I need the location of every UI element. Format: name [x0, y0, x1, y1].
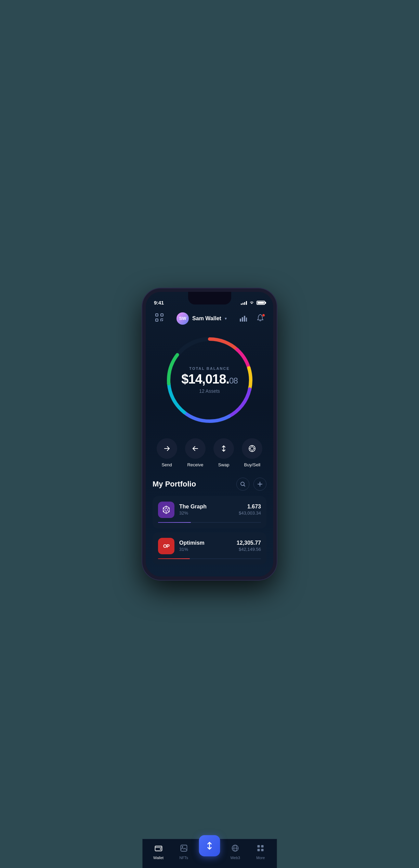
app-header: SW Sam Wallet ▾	[146, 309, 273, 329]
svg-point-37	[166, 507, 167, 508]
asset-card-graph[interactable]: The Graph 32% 1.673 $43,003.34	[153, 496, 266, 528]
swap-button[interactable]	[213, 438, 234, 459]
scan-icon	[155, 313, 164, 324]
svg-rect-11	[242, 317, 243, 322]
balance-content: TOTAL BALANCE $14,018.08 12 Assets	[181, 366, 238, 394]
header-actions	[237, 312, 266, 325]
balance-circle: TOTAL BALANCE $14,018.08 12 Assets	[162, 332, 258, 428]
asset-row-graph: The Graph 32% 1.673 $43,003.34	[158, 502, 261, 518]
send-action[interactable]: Send	[157, 438, 177, 467]
receive-button[interactable]	[185, 438, 206, 459]
graph-progress-fill	[158, 522, 191, 523]
optimism-asset-values: 12,305.77 $42,149.56	[237, 540, 261, 552]
total-balance-label: TOTAL BALANCE	[181, 366, 238, 371]
svg-rect-5	[157, 320, 157, 320]
wifi-icon	[249, 300, 254, 306]
buysell-button[interactable]	[242, 438, 262, 459]
graph-asset-values: 1.673 $43,003.34	[239, 504, 261, 516]
portfolio-actions	[236, 478, 266, 491]
graph-asset-usd: $43,003.34	[239, 510, 261, 516]
svg-point-40	[163, 508, 164, 509]
notification-button[interactable]	[254, 312, 266, 325]
svg-point-38	[166, 512, 167, 513]
phone-frame: 9:41	[142, 288, 277, 580]
balance-amount: $14,018.08	[181, 373, 238, 386]
wallet-name: Sam Wallet	[192, 315, 221, 322]
optimism-asset-usd: $42,149.56	[237, 547, 261, 552]
search-button[interactable]	[236, 478, 249, 491]
receive-action[interactable]: Receive	[185, 438, 206, 467]
graph-asset-name: The Graph	[179, 504, 234, 510]
battery-icon	[257, 301, 265, 305]
send-button[interactable]	[157, 438, 177, 459]
svg-point-42	[163, 510, 164, 511]
wallet-selector[interactable]: SW Sam Wallet ▾	[176, 312, 227, 325]
graph-asset-info: The Graph 32%	[179, 504, 234, 516]
svg-rect-12	[244, 316, 245, 322]
graph-token-icon	[158, 502, 174, 518]
add-asset-button[interactable]	[253, 478, 266, 491]
svg-point-39	[168, 508, 169, 509]
svg-rect-13	[246, 318, 247, 322]
optimism-token-icon: OP	[158, 538, 174, 554]
graph-asset-pct: 32%	[179, 510, 234, 516]
graph-asset-amount: 1.673	[239, 504, 261, 510]
receive-label: Receive	[187, 462, 203, 467]
optimism-asset-amount: 12,305.77	[237, 540, 261, 546]
asset-row-optimism: OP Optimism 31% 12,305.77 $42,149.56	[158, 538, 261, 554]
scan-button[interactable]	[153, 312, 166, 325]
optimism-progress-fill	[158, 558, 190, 559]
portfolio-header: My Portfolio	[153, 478, 266, 491]
svg-rect-4	[162, 315, 162, 315]
svg-point-26	[250, 447, 254, 450]
buysell-action[interactable]: Buy/Sell	[242, 438, 262, 467]
svg-rect-3	[157, 315, 157, 315]
optimism-asset-info: Optimism 31%	[179, 540, 232, 552]
svg-point-36	[165, 508, 168, 511]
status-time: 9:41	[154, 300, 164, 306]
notification-badge	[262, 314, 265, 317]
notch	[188, 292, 231, 305]
buysell-label: Buy/Sell	[244, 462, 261, 467]
screen-content: 9:41	[146, 292, 273, 576]
optimism-asset-pct: 31%	[179, 547, 232, 552]
svg-point-41	[168, 510, 169, 511]
asset-card-optimism[interactable]: OP Optimism 31% 12,305.77 $42,149.56	[153, 532, 266, 565]
analytics-button[interactable]	[237, 312, 249, 325]
send-label: Send	[161, 462, 172, 467]
chevron-down-icon: ▾	[225, 316, 227, 321]
screen: 9:41	[146, 292, 273, 576]
status-icons	[241, 300, 265, 306]
signal-bars-icon	[241, 301, 247, 305]
svg-line-32	[244, 485, 245, 486]
avatar: SW	[176, 312, 189, 325]
portfolio-title: My Portfolio	[153, 480, 196, 489]
quick-actions: Send Receive	[146, 435, 273, 478]
svg-rect-10	[240, 319, 241, 322]
swap-action[interactable]: Swap	[213, 438, 234, 467]
swap-label: Swap	[218, 462, 230, 467]
balance-section: TOTAL BALANCE $14,018.08 12 Assets	[146, 329, 273, 435]
graph-progress-bar	[158, 522, 261, 523]
optimism-progress-bar	[158, 558, 261, 559]
portfolio-section: My Portfolio	[146, 478, 273, 565]
optimism-asset-name: Optimism	[179, 540, 232, 546]
assets-count: 12 Assets	[181, 388, 238, 394]
